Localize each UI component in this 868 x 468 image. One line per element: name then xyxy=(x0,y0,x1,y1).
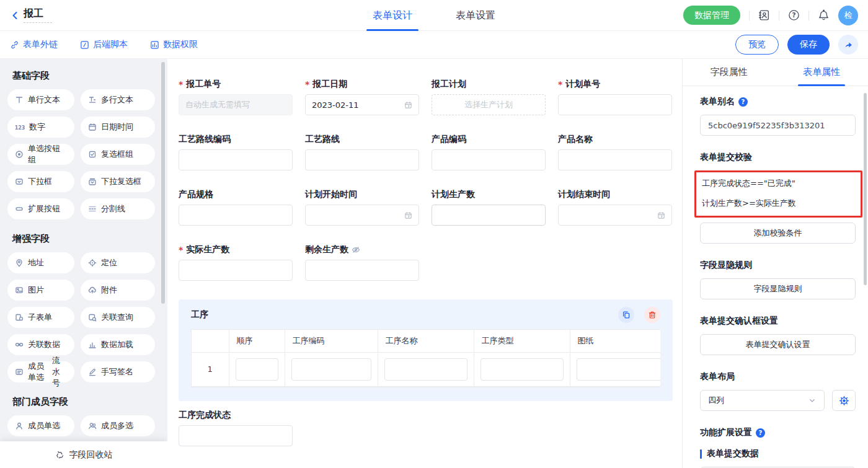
field-type-multi-select[interactable]: 下拉复选框 xyxy=(81,171,155,192)
form-field: 工序完成状态 xyxy=(179,410,293,446)
avatar[interactable]: 检 xyxy=(838,6,858,25)
pill-label: 地址 xyxy=(28,257,44,268)
field-type-divider[interactable]: 分割线 xyxy=(81,198,155,219)
question-icon[interactable]: ? xyxy=(756,428,765,438)
gear-icon xyxy=(839,395,849,406)
field-type-member-single[interactable]: 成员单选 xyxy=(7,415,74,436)
field-input-route[interactable] xyxy=(305,149,419,170)
field-type-serial[interactable]: 成员单选流水号 xyxy=(7,361,74,382)
delete-button[interactable] xyxy=(644,307,660,323)
field-input-plan-end[interactable] xyxy=(558,205,672,226)
alias-input[interactable]: 5cbc0e919f52235f3b313201 xyxy=(700,115,856,136)
pill-label: 成员多选 xyxy=(101,420,133,431)
number-icon: 123 xyxy=(15,123,25,131)
cell-input-process-code[interactable] xyxy=(291,358,371,381)
tab-form-design[interactable]: 表单设计 xyxy=(373,0,412,31)
field-type-attachment[interactable]: 附件 xyxy=(81,280,155,301)
sidebar-scrollbar[interactable] xyxy=(161,62,165,304)
field-type-datetime[interactable]: 日期时间 xyxy=(81,117,155,138)
backend-script-link[interactable]: 后端脚本 xyxy=(80,39,128,50)
copy-button[interactable] xyxy=(618,307,634,323)
field-input-plan-start[interactable] xyxy=(305,205,419,226)
section-title-enhanced: 增强字段 xyxy=(12,233,160,245)
field-recycle-bin[interactable]: 字段回收站 xyxy=(0,441,167,468)
layout-select[interactable]: 四列 xyxy=(700,390,825,411)
tab-field-props[interactable]: 字段属性 xyxy=(683,59,776,86)
field-input-process-status[interactable] xyxy=(179,425,293,446)
address-icon xyxy=(15,258,24,267)
pill-label: 关联数据 xyxy=(28,339,60,350)
pill-label: 下拉复选框 xyxy=(101,176,141,187)
row-index: 1 xyxy=(192,352,229,386)
script-icon xyxy=(80,40,89,50)
field-input-report-plan[interactable]: 选择生产计划 xyxy=(432,94,546,115)
chevron-left-icon xyxy=(10,11,20,20)
cell-input-seq[interactable] xyxy=(236,358,278,381)
field-type-ext-button[interactable]: 扩展按钮 xyxy=(7,198,74,219)
tab-form-settings[interactable]: 表单设置 xyxy=(456,0,495,31)
field-type-multi-text[interactable]: 多行文本 xyxy=(81,89,155,110)
tab-form-props[interactable]: 表单属性 xyxy=(776,59,868,86)
field-input-route-code[interactable] xyxy=(179,149,293,170)
cell-input-drawing[interactable] xyxy=(577,358,661,381)
field-type-locate[interactable]: 定位 xyxy=(81,252,155,273)
field-type-checkbox-group[interactable]: 复选框组 xyxy=(81,144,155,165)
form-title[interactable]: 报工 xyxy=(24,7,52,23)
ext-button-icon xyxy=(15,205,24,213)
field-type-single-text[interactable]: 单行文本 xyxy=(7,89,74,110)
cell-input-process-name[interactable] xyxy=(384,358,467,381)
field-type-data-load[interactable]: 数据加载 xyxy=(81,334,155,355)
field-type-image[interactable]: 图片 xyxy=(7,280,74,301)
field-input-report-date[interactable]: 2023-02-11 xyxy=(305,94,419,115)
layout-settings-button[interactable] xyxy=(832,390,856,411)
question-icon[interactable]: ? xyxy=(738,97,748,107)
field-input-actual-qty[interactable] xyxy=(179,260,293,281)
data-permission-link[interactable]: 数据权限 xyxy=(150,39,198,50)
field-input-plan-qty[interactable] xyxy=(432,205,546,226)
validation-rule[interactable]: 工序完成状态=="已完成" xyxy=(702,178,854,189)
divider-icon xyxy=(88,205,97,213)
field-type-radio-group[interactable]: 单选按钮组 xyxy=(7,144,74,165)
panel-scrollbar[interactable] xyxy=(864,93,867,285)
share-button[interactable] xyxy=(838,35,858,55)
subform-section[interactable]: 工序 顺序 工序编码 工序名称 工序类型 图纸 xyxy=(179,299,673,401)
field-label: 剩余生产数 xyxy=(305,244,348,255)
form-field: 计划结束时间 xyxy=(558,189,672,226)
visibility-rules-button[interactable]: 字段显隐规则 xyxy=(700,278,856,299)
field-input-product-code[interactable] xyxy=(432,149,546,170)
field-type-select[interactable]: 下拉框 xyxy=(7,171,74,192)
field-type-address[interactable]: 地址 xyxy=(7,252,74,273)
preview-button[interactable]: 预览 xyxy=(735,35,779,55)
field-input-product-spec[interactable] xyxy=(179,205,293,226)
field-type-related-query[interactable]: 关联查询 xyxy=(81,307,155,328)
extension-title: 功能扩展设置 xyxy=(700,427,752,438)
field-input-report-no[interactable]: 自动生成无需填写 xyxy=(179,94,293,115)
validation-rule[interactable]: 计划生产数>=实际生产数 xyxy=(702,198,854,209)
form-external-link[interactable]: 表单外链 xyxy=(10,39,58,50)
save-button[interactable]: 保存 xyxy=(787,35,830,55)
add-validation-button[interactable]: 添加校验条件 xyxy=(700,223,856,244)
field-type-member-multi[interactable]: 成员多选 xyxy=(81,415,155,436)
back-button[interactable]: 报工 xyxy=(10,7,52,23)
data-manage-button[interactable]: 数据管理 xyxy=(683,6,740,25)
svg-text:?: ? xyxy=(792,11,795,19)
field-type-subform[interactable]: 子表单 xyxy=(7,307,74,328)
help-icon[interactable]: ? xyxy=(788,9,800,21)
annotation-highlight-box: 工序完成状态=="已完成" 计划生产数>=实际生产数 xyxy=(694,170,862,218)
column-header-index xyxy=(192,330,229,352)
field-type-number[interactable]: 123数字 xyxy=(7,117,74,138)
field-label: 工艺路线编码 xyxy=(179,134,293,145)
svg-text:123: 123 xyxy=(15,125,25,131)
field-input-plan-no[interactable] xyxy=(558,94,672,115)
field-input-remaining-qty[interactable] xyxy=(305,260,419,281)
layout-value: 四列 xyxy=(708,395,724,406)
contacts-icon[interactable] xyxy=(758,9,770,21)
field-type-signature[interactable]: 手写签名 xyxy=(81,361,155,382)
cell-input-process-type[interactable] xyxy=(480,358,564,381)
bell-icon[interactable] xyxy=(818,9,830,21)
field-input-product-name[interactable] xyxy=(558,149,672,170)
submit-confirm-button[interactable]: 表单提交确认设置 xyxy=(700,334,856,355)
field-type-related-data[interactable]: 关联数据 xyxy=(7,334,74,355)
pill-label: 子表单 xyxy=(28,312,52,323)
field-label: 计划单号 xyxy=(558,79,672,90)
